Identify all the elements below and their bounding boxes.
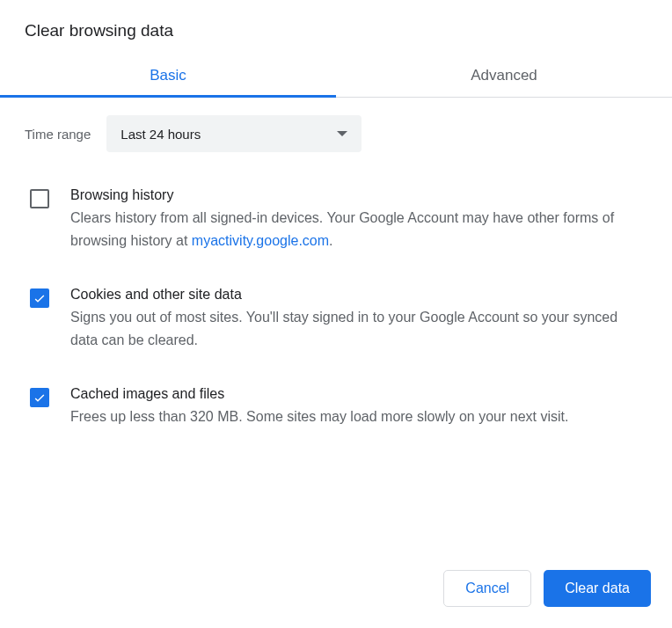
checkmark-icon	[33, 291, 47, 305]
clear-browsing-data-dialog: Clear browsing data Basic Advanced Time …	[0, 0, 672, 628]
browsing-history-desc-after: .	[329, 233, 332, 248]
time-range-label: Time range	[25, 127, 91, 142]
cache-desc: Frees up less than 320 MB. Some sites ma…	[70, 405, 647, 428]
browsing-history-checkbox[interactable]	[30, 189, 49, 208]
tab-advanced[interactable]: Advanced	[336, 55, 672, 97]
cancel-button-label: Cancel	[465, 581, 509, 596]
browsing-history-desc-before: Clears history from all signed-in device…	[70, 210, 614, 248]
cache-title: Cached images and files	[70, 386, 647, 402]
tab-basic-label: Basic	[150, 67, 186, 84]
cache-text: Cached images and files Frees up less th…	[70, 386, 647, 428]
cookies-title: Cookies and other site data	[70, 287, 647, 303]
cancel-button[interactable]: Cancel	[443, 570, 531, 607]
browsing-history-title: Browsing history	[70, 187, 647, 203]
dialog-title: Clear browsing data	[25, 21, 647, 40]
chevron-down-icon	[337, 131, 347, 136]
dialog-footer: Cancel Clear data	[0, 552, 672, 628]
dialog-header: Clear browsing data	[0, 0, 672, 55]
browsing-history-desc: Clears history from all signed-in device…	[70, 207, 647, 252]
cookies-desc: Signs you out of most sites. You'll stay…	[70, 306, 647, 351]
cache-checkbox[interactable]	[30, 388, 49, 407]
myactivity-link[interactable]: myactivity.google.com	[192, 233, 329, 248]
dialog-body: Time range Last 24 hours Browsing histor…	[0, 98, 672, 552]
browsing-history-text: Browsing history Clears history from all…	[70, 187, 647, 252]
time-range-select[interactable]: Last 24 hours	[106, 115, 362, 152]
tab-basic[interactable]: Basic	[0, 55, 336, 97]
checkmark-icon	[33, 391, 47, 405]
option-cookies: Cookies and other site data Signs you ou…	[25, 287, 647, 351]
time-range-selected: Last 24 hours	[121, 127, 201, 142]
clear-data-button-label: Clear data	[565, 581, 630, 596]
tabs: Basic Advanced	[0, 55, 672, 98]
tab-advanced-label: Advanced	[471, 67, 537, 84]
clear-data-button[interactable]: Clear data	[544, 570, 651, 607]
option-browsing-history: Browsing history Clears history from all…	[25, 187, 647, 252]
option-cache: Cached images and files Frees up less th…	[25, 386, 647, 428]
cookies-text: Cookies and other site data Signs you ou…	[70, 287, 647, 351]
time-range-row: Time range Last 24 hours	[25, 115, 647, 152]
cookies-checkbox[interactable]	[30, 288, 49, 308]
